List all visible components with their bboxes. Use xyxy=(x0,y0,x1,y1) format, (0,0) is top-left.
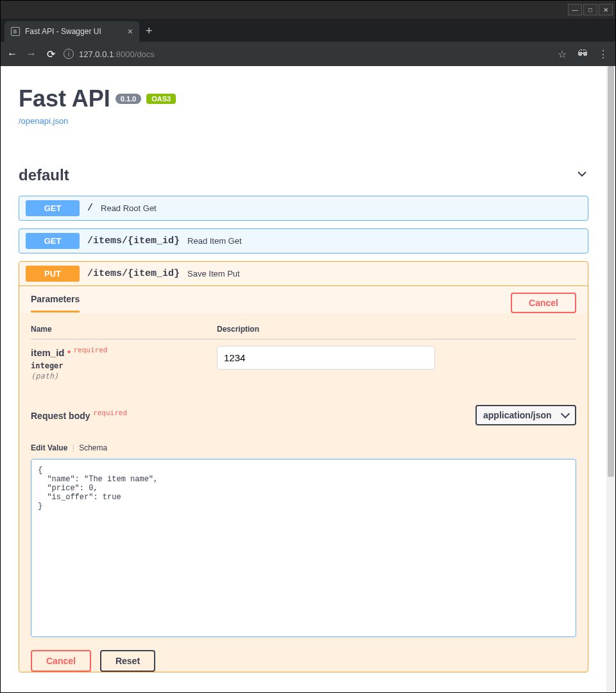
url-field[interactable]: i 127.0.0.1:8000/docs xyxy=(64,49,549,59)
bookmark-star-icon[interactable]: ☆ xyxy=(555,48,569,60)
tag-header[interactable]: default xyxy=(19,162,588,188)
operation-get-root: GET / Read Root Get xyxy=(19,196,588,221)
chevron-down-icon xyxy=(576,167,588,184)
tab-title: Fast API - Swagger UI xyxy=(25,27,123,36)
operation-body: Parameters Cancel Name Description xyxy=(19,286,588,672)
param-in: (path) xyxy=(31,372,217,381)
parameter-row: item_id * required integer (path) xyxy=(31,346,576,381)
url-path: /docs xyxy=(135,49,155,59)
scrollbar-thumb[interactable] xyxy=(608,66,614,477)
url-host: 127.0.0.1 xyxy=(79,49,114,59)
operation-get-item: GET /items/{item_id} Read Item Get xyxy=(19,228,588,253)
viewport: Fast API 0.1.0 OAS3 /openapi.json defaul… xyxy=(1,66,615,692)
tab-bar: 🗎 Fast API - Swagger UI × + xyxy=(1,19,615,42)
edit-value-tab[interactable]: Edit Value xyxy=(31,443,67,452)
operation-path: /items/{item_id} xyxy=(87,235,180,246)
url-port: :8000 xyxy=(114,49,135,59)
browser-menu-icon[interactable]: ⋮ xyxy=(596,48,610,60)
window-minimize-button[interactable]: — xyxy=(568,4,582,15)
operation-header[interactable]: GET /items/{item_id} Read Item Get xyxy=(19,229,588,253)
param-value-input[interactable] xyxy=(217,346,435,370)
oas-badge: OAS3 xyxy=(146,94,176,104)
operation-header[interactable]: PUT /items/{item_id} Save Item Put xyxy=(19,262,588,286)
tab-close-icon[interactable]: × xyxy=(128,26,133,37)
tab-separator: | xyxy=(73,443,74,452)
page-content: Fast API 0.1.0 OAS3 /openapi.json defaul… xyxy=(1,66,606,692)
nav-back-icon[interactable]: ← xyxy=(6,48,19,60)
operation-summary: Read Item Get xyxy=(187,236,242,246)
version-badge: 0.1.0 xyxy=(116,94,141,104)
required-text: required xyxy=(73,346,107,354)
content-type-select[interactable]: application/json xyxy=(475,405,576,425)
operation-path: / xyxy=(87,203,93,214)
incognito-icon[interactable]: 🕶 xyxy=(576,48,590,60)
site-info-icon[interactable]: i xyxy=(64,49,74,59)
method-badge: GET xyxy=(26,233,80,249)
nav-forward-icon[interactable]: → xyxy=(25,48,38,60)
method-badge: GET xyxy=(26,200,80,216)
required-star: * xyxy=(67,348,71,358)
operation-summary: Save Item Put xyxy=(187,269,240,278)
address-bar: ← → ⟳ i 127.0.0.1:8000/docs ☆ 🕶 ⋮ xyxy=(1,42,615,66)
nav-reload-icon[interactable]: ⟳ xyxy=(44,48,57,60)
vertical-scrollbar[interactable] xyxy=(606,66,615,692)
reset-body-button[interactable]: Reset xyxy=(100,650,155,672)
browser-window: — □ ✕ 🗎 Fast API - Swagger UI × + ← → ⟳ … xyxy=(0,0,616,693)
cancel-try-button[interactable]: Cancel xyxy=(511,293,576,313)
operation-put-item: PUT /items/{item_id} Save Item Put Param… xyxy=(19,261,588,672)
new-tab-button[interactable]: + xyxy=(139,24,159,42)
schema-tab[interactable]: Schema xyxy=(79,443,107,452)
column-description-header: Description xyxy=(217,325,576,334)
api-title: Fast API xyxy=(19,85,110,112)
request-body-required: required xyxy=(93,409,127,417)
request-body-label: Request body xyxy=(31,411,90,421)
window-titlebar: — □ ✕ xyxy=(1,1,615,19)
openapi-schema-link[interactable]: /openapi.json xyxy=(19,116,68,126)
window-maximize-button[interactable]: □ xyxy=(583,4,597,15)
param-name: item_id xyxy=(31,347,65,358)
parameters-tab[interactable]: Parameters xyxy=(31,294,80,312)
param-type: integer xyxy=(31,361,217,370)
method-badge: PUT xyxy=(26,266,80,282)
browser-tab[interactable]: 🗎 Fast API - Swagger UI × xyxy=(4,21,139,42)
request-body-editor[interactable] xyxy=(31,459,576,637)
page-icon: 🗎 xyxy=(11,27,20,36)
window-close-button[interactable]: ✕ xyxy=(599,4,613,15)
api-title-row: Fast API 0.1.0 OAS3 xyxy=(19,85,588,112)
operation-summary: Read Root Get xyxy=(101,203,157,213)
operation-path: /items/{item_id} xyxy=(87,268,180,279)
tag-name: default xyxy=(19,166,69,184)
operation-header[interactable]: GET / Read Root Get xyxy=(19,196,588,220)
column-name-header: Name xyxy=(31,325,217,334)
cancel-body-button[interactable]: Cancel xyxy=(31,650,91,672)
